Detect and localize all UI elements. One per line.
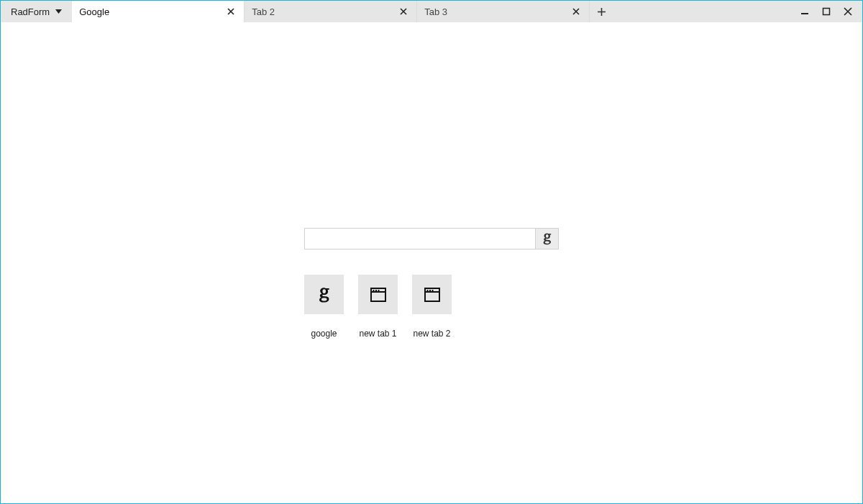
close-icon <box>844 7 852 16</box>
tab-close-button[interactable] <box>398 6 409 17</box>
tile-thumbnail <box>358 275 398 314</box>
close-icon <box>572 8 580 15</box>
tile-new-tab-1[interactable]: new tab 1 <box>358 275 398 339</box>
tab-label: Tab 3 <box>424 6 447 17</box>
search-button[interactable] <box>535 229 558 249</box>
svg-rect-6 <box>375 290 377 291</box>
page-content: google new tab 1 <box>1 22 862 503</box>
tab-3[interactable]: Tab 3 <box>417 1 590 22</box>
svg-rect-10 <box>426 290 428 291</box>
svg-rect-5 <box>373 290 374 291</box>
dropdown-icon <box>55 9 62 14</box>
svg-rect-12 <box>432 290 433 291</box>
tab-label: Tab 2 <box>252 6 275 17</box>
tab-2[interactable]: Tab 2 <box>245 1 417 22</box>
tab-strip: Google Tab 2 Tab 3 <box>72 1 613 22</box>
title-bar-spacer <box>613 1 790 22</box>
tab-google[interactable]: Google <box>72 1 245 22</box>
svg-rect-1 <box>801 13 808 14</box>
svg-rect-2 <box>823 9 830 15</box>
svg-rect-7 <box>378 290 379 291</box>
close-icon <box>227 8 234 15</box>
app-menu-button[interactable]: RadForm <box>1 1 72 22</box>
window-controls <box>790 1 862 22</box>
tile-label: new tab 2 <box>413 329 450 339</box>
plus-icon <box>598 8 606 16</box>
tile-new-tab-2[interactable]: new tab 2 <box>412 275 452 339</box>
new-tab-button[interactable] <box>590 1 613 22</box>
tile-label: google <box>311 329 337 339</box>
google-g-icon <box>542 232 552 245</box>
search-input[interactable] <box>305 229 535 249</box>
tile-google[interactable]: google <box>304 275 344 339</box>
tile-thumbnail <box>412 275 452 314</box>
maximize-button[interactable] <box>821 6 832 17</box>
svg-rect-11 <box>429 290 431 291</box>
tab-close-button[interactable] <box>225 6 237 17</box>
tab-label: Google <box>79 6 109 17</box>
app-window: RadForm Google Tab 2 <box>0 0 863 504</box>
close-window-button[interactable] <box>842 6 854 17</box>
maximize-icon <box>822 7 831 16</box>
google-g-icon <box>318 286 331 303</box>
minimize-button[interactable] <box>799 6 811 17</box>
title-bar: RadForm Google Tab 2 <box>1 1 862 22</box>
tile-thumbnail <box>304 275 344 314</box>
search-bar <box>304 228 559 249</box>
tile-label: new tab 1 <box>359 329 396 339</box>
minimize-icon <box>800 7 809 16</box>
app-menu-label: RadForm <box>11 6 50 17</box>
svg-marker-0 <box>55 9 62 14</box>
window-icon <box>370 288 386 302</box>
window-icon <box>424 288 440 302</box>
close-icon <box>400 8 407 15</box>
speed-dial-tiles: google new tab 1 <box>304 275 559 339</box>
tab-close-button[interactable] <box>570 6 582 17</box>
